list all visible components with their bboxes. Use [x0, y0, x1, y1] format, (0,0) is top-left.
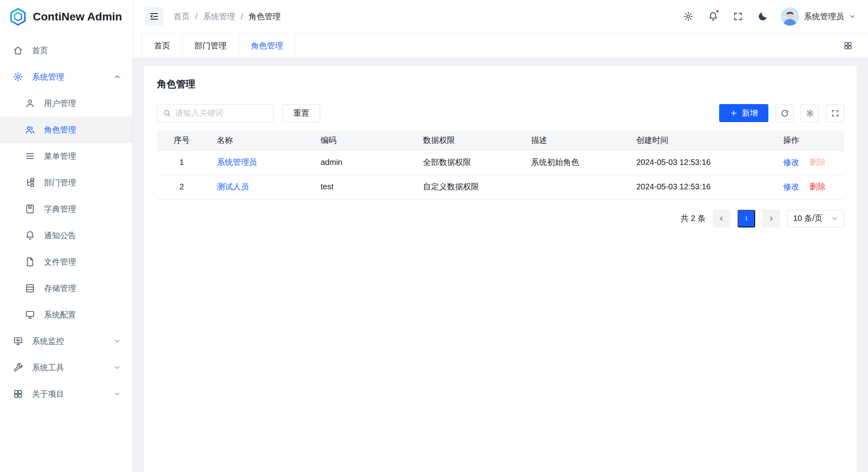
pagination-prev-button[interactable]: [713, 210, 730, 227]
table-header-row: 序号 名称 编码 数据权限 描述 创建时间 操作: [157, 131, 844, 150]
search-box: [157, 104, 274, 122]
table-actions: 新增: [719, 104, 844, 122]
sidebar-item-label: 部门管理: [44, 177, 76, 188]
sidebar-item-label: 系统工具: [32, 362, 64, 373]
cell-code: test: [310, 175, 413, 199]
grid-icon: [13, 389, 23, 399]
sidebar-group-about[interactable]: 关于项目: [0, 381, 132, 407]
table-header-cell: 创建时间: [626, 131, 773, 150]
sidebar-item-label: 通知公告: [44, 230, 76, 241]
tab-dept-management[interactable]: 部门管理: [182, 33, 239, 58]
cell-description: [521, 175, 626, 199]
chevron-right-icon: [768, 215, 775, 222]
cell-data-scope: 自定义数据权限: [413, 175, 521, 199]
sidebar-group-system-tools[interactable]: 系统工具: [0, 354, 132, 381]
pagination-next-button[interactable]: [762, 210, 780, 227]
sidebar-item-menu-management[interactable]: 菜单管理: [0, 143, 132, 169]
notifications-button[interactable]: [706, 10, 720, 23]
chevron-down-icon: [849, 13, 856, 20]
sidebar-item-label: 系统管理: [32, 72, 64, 82]
sidebar-item-user-management[interactable]: 用户管理: [0, 90, 132, 116]
refresh-button[interactable]: [776, 104, 794, 122]
search-input[interactable]: [175, 108, 268, 118]
sidebar-item-label: 首页: [32, 45, 48, 56]
column-settings-button[interactable]: [801, 104, 819, 122]
chevron-down-icon: [831, 215, 838, 222]
sidebar-item-storage-management[interactable]: 存储管理: [0, 275, 132, 301]
theme-toggle-button[interactable]: [756, 10, 770, 23]
cell-operations: 修改删除: [773, 175, 844, 199]
sidebar: ContiNew Admin 首页 系统管理 用户管理 角色管理: [0, 0, 133, 472]
delete-link[interactable]: 删除: [810, 182, 826, 191]
top-bar-actions: 系统管理员: [682, 7, 856, 26]
sidebar-item-label: 角色管理: [44, 125, 76, 135]
sidebar-menu: 首页 系统管理 用户管理 角色管理 菜单管理: [0, 33, 132, 415]
add-button-label: 新增: [742, 108, 758, 119]
breadcrumb-item-current: 角色管理: [249, 11, 281, 22]
add-button[interactable]: 新增: [719, 104, 768, 122]
org-tree-icon: [25, 177, 35, 188]
gear-icon: [683, 11, 694, 22]
table-row: 2 测试人员 test 自定义数据权限 2024-05-03 12:53:16 …: [157, 175, 844, 199]
monitor-icon: [13, 336, 23, 346]
cell-code: admin: [310, 150, 413, 175]
sidebar-item-file-management[interactable]: 文件管理: [0, 249, 132, 275]
app-title: ContiNew Admin: [33, 10, 122, 23]
role-name-link[interactable]: 测试人员: [217, 182, 249, 191]
table-header-cell: 操作: [773, 131, 844, 150]
table-fullscreen-button[interactable]: [826, 104, 844, 122]
main-content: 角色管理 重置 新增: [133, 58, 868, 472]
reset-button[interactable]: 重置: [283, 104, 320, 122]
users-icon: [25, 125, 35, 135]
gear-icon: [13, 72, 23, 82]
fullscreen-button[interactable]: [731, 10, 745, 23]
tab-role-management[interactable]: 角色管理: [239, 33, 295, 58]
edit-link[interactable]: 修改: [783, 182, 799, 191]
sidebar-item-notice[interactable]: 通知公告: [0, 222, 132, 249]
home-icon: [13, 45, 23, 56]
wrench-icon: [13, 362, 23, 373]
logo[interactable]: ContiNew Admin: [0, 0, 132, 33]
tab-home[interactable]: 首页: [142, 33, 182, 58]
sidebar-item-label: 关于项目: [32, 389, 64, 400]
sidebar-item-label: 存储管理: [44, 283, 76, 294]
pagination: 共 2 条 1 10 条/页: [157, 210, 844, 227]
sidebar-item-label: 系统监控: [32, 336, 64, 347]
chevron-down-icon: [113, 337, 121, 345]
breadcrumb-item-home[interactable]: 首页: [174, 11, 190, 22]
sidebar-item-role-management[interactable]: 角色管理: [0, 116, 132, 143]
desktop-icon: [25, 309, 35, 320]
cell-description: 系统初始角色: [521, 150, 626, 175]
sidebar-group-system-monitor[interactable]: 系统监控: [0, 328, 132, 354]
sidebar-item-system-config[interactable]: 系统配置: [0, 301, 132, 328]
sidebar-item-home[interactable]: 首页: [0, 37, 132, 64]
page-size-select[interactable]: 10 条/页: [787, 210, 844, 227]
fullscreen-icon: [831, 109, 840, 118]
tab-list-button[interactable]: [840, 38, 856, 54]
chevron-left-icon: [718, 215, 725, 222]
sidebar-group-system-management[interactable]: 系统管理: [0, 64, 132, 90]
sidebar-item-dept-management[interactable]: 部门管理: [0, 169, 132, 196]
tabs: 首页 部门管理 角色管理: [142, 33, 295, 58]
breadcrumb-separator: /: [241, 12, 243, 21]
user-name: 系统管理员: [804, 11, 844, 22]
table-header-cell: 描述: [521, 131, 626, 150]
app-root: ContiNew Admin 首页 系统管理 用户管理 角色管理: [0, 0, 868, 472]
cell-name: 测试人员: [206, 175, 310, 199]
sidebar-collapse-button[interactable]: [145, 7, 163, 26]
table-header-cell: 数据权限: [413, 131, 521, 150]
user-menu[interactable]: 系统管理员: [781, 7, 856, 26]
cell-name: 系统管理员: [206, 150, 310, 175]
file-icon: [25, 257, 35, 267]
edit-link[interactable]: 修改: [783, 158, 799, 167]
delete-link: 删除: [810, 158, 826, 167]
cell-operations: 修改删除: [773, 150, 844, 175]
list-icon: [25, 151, 35, 161]
pagination-page-1[interactable]: 1: [738, 210, 755, 227]
role-name-link[interactable]: 系统管理员: [217, 158, 257, 167]
cell-index: 1: [157, 150, 206, 175]
settings-button[interactable]: [682, 10, 695, 23]
sidebar-item-dict-management[interactable]: 字典管理: [0, 196, 132, 222]
breadcrumb-item-system-management[interactable]: 系统管理: [203, 11, 235, 22]
bell-icon: [25, 230, 35, 241]
